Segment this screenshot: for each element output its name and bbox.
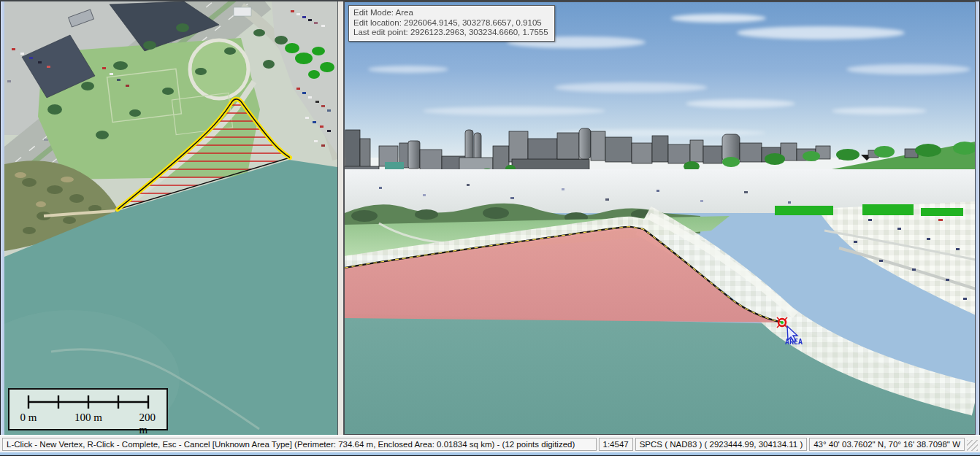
edit-info-box: Edit Mode: Area Edit location: 2926064.9… (348, 5, 555, 42)
active-vertex-marker (777, 317, 787, 328)
edit-mode-line: Edit Mode: Area (353, 8, 548, 18)
parking-topright (775, 201, 975, 315)
edit-location-line: Edit location: 2926064.9145, 303278.6657… (353, 18, 548, 28)
status-message: L-Click - New Vertex, R-Click - Complete… (2, 438, 597, 451)
window-resize-grip[interactable] (967, 440, 978, 451)
status-bar: L-Click - New Vertex, R-Click - Complete… (0, 435, 980, 452)
panel-splitter[interactable] (337, 1, 344, 435)
last-edit-point-line: Last edit point: 2926123.2963, 303234.66… (353, 28, 548, 38)
status-projection: SPCS ( NAD83 ) ( 2923444.99, 304134.11 ) (635, 438, 808, 451)
status-position: 43° 40' 03.7602" N, 70° 16' 38.7098" W (809, 438, 965, 451)
map-2d-canvas[interactable] (4, 1, 337, 435)
scale-bar: 0 m 100 m 200 m (8, 388, 168, 430)
map-2d-panel[interactable]: 0 m 100 m 200 m (4, 1, 337, 435)
scale-bar-labels: 0 m 100 m 200 m (9, 411, 166, 429)
gis-application-window: 0 m 100 m 200 m (0, 0, 980, 456)
scale-bar-ticks (9, 390, 166, 411)
view-3d-canvas[interactable]: AREA (345, 2, 975, 434)
view-3d-panel[interactable]: AREA Edit Mode: Area Edit location: 2926… (344, 1, 976, 435)
workspace: 0 m 100 m 200 m (0, 1, 980, 435)
scale-label-0: 0 m (20, 411, 37, 424)
scale-label-100: 100 m (74, 411, 102, 424)
status-scale: 1:4547 (599, 438, 633, 451)
scale-label-200: 200 m (139, 411, 158, 435)
window-bottom-edge (0, 452, 980, 456)
window-right-edge (976, 1, 980, 435)
cursor-area-label: AREA (785, 338, 803, 346)
